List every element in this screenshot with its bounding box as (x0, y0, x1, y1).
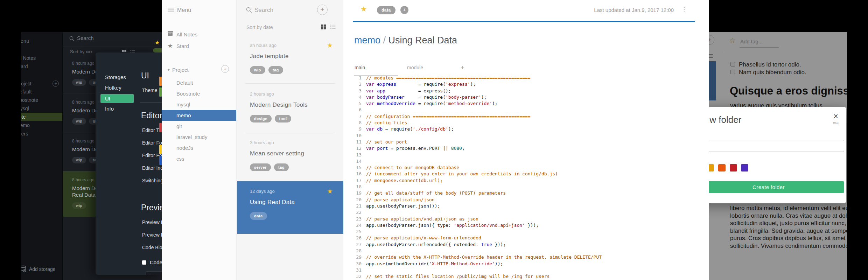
settings-nav-hotkey[interactable]: Hotkey (105, 83, 140, 93)
note-title: Mean server setting (250, 150, 343, 157)
dark-folder-item[interactable]: note (21, 113, 62, 121)
code-token: var (366, 146, 374, 151)
dark-folder-item[interactable]: Boostnote (21, 96, 62, 104)
dark-sidebar-item-label: All Notes (21, 55, 36, 61)
color-swatch[interactable] (730, 164, 737, 172)
code-token: var (366, 94, 374, 100)
sidebar-folder-default[interactable]: Default (162, 77, 236, 88)
code-text: var express = require('express'); (366, 81, 476, 88)
tab-main[interactable]: main (355, 65, 407, 70)
editor-tabs: mainmodule+ (355, 64, 464, 72)
new-note-button[interactable]: + (317, 5, 328, 15)
settings-item[interactable]: Preview Font (142, 219, 162, 225)
dark-folder-label: Boostnote (21, 97, 38, 103)
note-title[interactable]: memo / Using Real Data (354, 35, 457, 46)
color-swatch[interactable] (741, 164, 748, 172)
sidebar-item-starred[interactable]: ★ Stard (162, 42, 236, 51)
dark-sort-label[interactable]: Sort by xxx (70, 49, 92, 54)
line-number: 13 (353, 152, 366, 158)
settings-item[interactable]: Switching Pre (142, 178, 162, 183)
settings-nav-ui[interactable]: UI (100, 94, 134, 103)
sidebar-folder-git[interactable]: git (162, 121, 236, 132)
hamburger-menu-icon[interactable] (168, 8, 174, 13)
code-text: // modules =============================… (366, 75, 531, 81)
more-options-icon[interactable]: ⋮ (681, 6, 687, 13)
dark-search-input[interactable]: Search (77, 35, 94, 41)
code-token: app (377, 88, 385, 93)
note-tag-pill[interactable]: data (377, 6, 396, 14)
settings-nav-storages[interactable]: Storages (105, 72, 140, 83)
dark-menu-button[interactable]: Menu (21, 38, 29, 44)
note-list-item[interactable]: an hours ago★Jade templatewiptag (237, 35, 343, 84)
code-theme-dropdown[interactable]: javascript (146, 271, 162, 275)
dark-add-folder-button[interactable]: + (52, 80, 59, 87)
code-token: ); (448, 126, 454, 132)
star-icon[interactable]: ★ (155, 39, 160, 46)
sidebar-folder-memo[interactable]: memo (162, 110, 236, 121)
code-line: 16// (uncomment after you enter in your … (353, 171, 707, 177)
settings-item[interactable]: Editor Font F (142, 153, 162, 158)
folder-list: DefaultBoostnotemysqlmemogitlaravel_stud… (162, 77, 236, 164)
note-editor: ★ data + Last updated at Jan.9, 2017 12:… (344, 0, 709, 280)
menu-button[interactable]: Menu (177, 7, 191, 13)
folder-color-chip (159, 145, 162, 154)
code-token: // set the static files location /public… (366, 274, 550, 279)
code-text: // set the static files location /public… (366, 273, 550, 280)
settings-item[interactable]: Editor Theme (142, 127, 162, 133)
sidebar-folder-boostnote[interactable]: Boostnote (162, 88, 236, 99)
modal-close-button[interactable]: × esc (830, 112, 842, 125)
dark-project-header[interactable]: Project (21, 79, 31, 88)
line-number: 12 (353, 145, 366, 152)
code-line: 13 (353, 152, 707, 158)
search-input[interactable]: Search (254, 7, 273, 14)
sidebar-folder-nodejs[interactable]: nodeJs (162, 142, 236, 153)
sidebar-folder-css[interactable]: css (162, 153, 236, 164)
sidebar-folder-laravel_study[interactable]: laravel_study (162, 132, 236, 142)
code-token: ); (470, 82, 476, 87)
add-tag-button[interactable]: + (400, 6, 408, 14)
sort-dropdown[interactable]: Sort by date (246, 24, 273, 30)
code-token: var (366, 101, 374, 106)
color-swatch[interactable] (708, 164, 714, 172)
add-folder-button[interactable]: + (221, 65, 229, 73)
settings-item[interactable]: Preview Font (142, 232, 162, 238)
note-list-item[interactable]: 12 days ago★Using Real Datadata (237, 181, 343, 234)
settings-item[interactable]: Editor Indent (142, 165, 162, 171)
dark-folder-item[interactable]: memo (21, 121, 62, 130)
sidebar-folder-mysql[interactable]: mysql (162, 99, 236, 110)
dark-folder-item[interactable]: users (21, 130, 62, 138)
dark-sidebar-item[interactable]: Stard (21, 62, 62, 71)
color-swatch[interactable] (718, 164, 726, 172)
create-folder-button[interactable]: Create folder (708, 181, 844, 193)
settings-item[interactable]: Theme (142, 88, 162, 93)
code-token: db (377, 126, 383, 132)
dark-sidebar-item[interactable]: All Notes (21, 54, 62, 62)
tab-module[interactable]: module (407, 65, 460, 70)
note-list-item[interactable]: 2 hours agoModern Design Toolsdesigntool (237, 84, 343, 132)
dark-folder-item[interactable]: mysql (21, 104, 62, 113)
code-editor[interactable]: 1// modules ============================… (353, 75, 707, 280)
folder-name-input[interactable] (708, 140, 844, 152)
settings-nav-info[interactable]: Info (105, 104, 140, 114)
code-line: 5var methodOverride = require('method-ov… (353, 100, 707, 107)
add-tab-button[interactable]: + (461, 64, 464, 72)
settings-item[interactable]: Code Block T (142, 245, 162, 250)
star-icon[interactable]: ★ (327, 41, 333, 49)
list-view-icon[interactable] (330, 24, 336, 29)
star-icon[interactable]: ★ (327, 187, 333, 195)
checkbox[interactable] (142, 260, 146, 265)
dark-folder-item[interactable]: Default (21, 88, 62, 96)
tag-pill: design (250, 115, 272, 122)
star-icon[interactable]: ★ (360, 5, 367, 13)
settings-checkbox-row[interactable]: Code Block (142, 259, 162, 266)
grid-view-icon[interactable] (321, 24, 326, 29)
close-icon[interactable]: × (830, 112, 842, 121)
sidebar-item-all-notes[interactable]: All Notes (162, 31, 236, 39)
note-list-item[interactable]: 3 hours agoMean server settingservertag (237, 132, 343, 181)
breadcrumb-folder[interactable]: memo (354, 35, 380, 46)
code-token: = process.env.PORT || (388, 146, 451, 151)
tag-pill: wip (72, 202, 86, 209)
code-line: 8// config files (353, 120, 707, 126)
settings-item[interactable]: Editor Font S (142, 140, 162, 146)
code-token: './config/db' (413, 126, 448, 132)
